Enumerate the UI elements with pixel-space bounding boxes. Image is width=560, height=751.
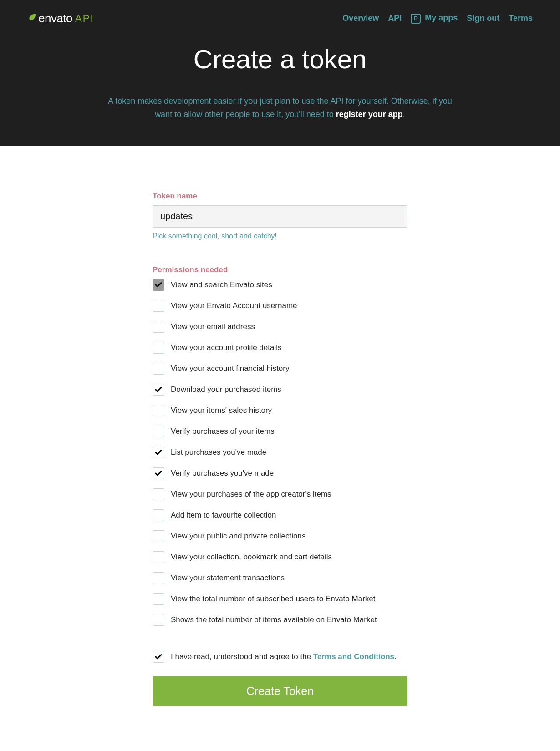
permission-item: View your statement transactions [153,572,407,584]
token-name-label: Token name [153,192,407,201]
permission-label: View and search Envato sites [171,280,272,289]
page-header: envato API Overview API P My apps Sign o… [0,0,560,146]
permission-label: Shows the total number of items availabl… [171,615,377,624]
permission-checkbox[interactable] [153,530,164,542]
terms-section: I have read, understood and agree to the… [153,651,407,663]
nav-my-apps[interactable]: P My apps [411,13,458,24]
permissions-label: Permissions needed [153,265,407,274]
permission-item: Shows the total number of items availabl… [153,614,407,626]
permission-label: View your items' sales history [171,406,272,415]
permission-checkbox[interactable] [153,467,164,479]
permission-label: View the total number of subscribed user… [171,594,375,604]
permission-label: View your public and private collections [171,532,305,541]
leaf-icon [27,13,37,25]
permission-label: View your email address [171,322,255,331]
nav-terms[interactable]: Terms [509,14,533,23]
permission-item: List purchases you've made [153,447,407,458]
permission-list: View and search Envato sitesView your En… [153,279,407,626]
permission-checkbox[interactable] [153,593,164,605]
permission-checkbox [153,279,164,291]
permission-label: Verify purchases you've made [171,469,274,478]
logo-text: envato [38,11,72,25]
permission-label: Verify purchases of your items [171,427,275,436]
permission-item: View your email address [153,321,407,333]
permission-label: List purchases you've made [171,448,266,457]
permission-item: View your Envato Account username [153,300,407,312]
permission-label: Add item to favourite collection [171,511,276,520]
permission-item: View your account financial history [153,363,407,375]
permission-item: View your purchases of the app creator's… [153,488,407,500]
permission-item: View your account profile details [153,342,407,354]
permission-item: View and search Envato sites [153,279,407,291]
header-top-bar: envato API Overview API P My apps Sign o… [27,11,533,25]
permission-item: Verify purchases you've made [153,467,407,479]
permission-label: View your statement transactions [171,573,285,583]
page-subtitle: A token makes development easier if you … [105,95,455,121]
create-token-button[interactable]: Create Token [153,676,407,706]
permission-checkbox[interactable] [153,572,164,584]
permission-checkbox[interactable] [153,363,164,375]
main-nav: Overview API P My apps Sign out Terms [342,13,533,24]
terms-post: . [394,652,397,661]
permission-checkbox[interactable] [153,384,164,396]
terms-pre: I have read, understood and agree to the [171,652,313,661]
permission-label: View your account financial history [171,364,290,373]
permission-item: View your collection, bookmark and cart … [153,551,407,563]
permission-item: View the total number of subscribed user… [153,593,407,605]
permission-label: View your Envato Account username [171,301,297,310]
permission-checkbox[interactable] [153,300,164,312]
terms-label: I have read, understood and agree to the… [171,652,397,661]
permission-item: Download your purchased items [153,384,407,396]
token-form: Token name Pick something cool, short an… [153,146,407,729]
permission-item: View your public and private collections [153,530,407,542]
token-name-input[interactable] [153,205,407,228]
permission-checkbox[interactable] [153,447,164,458]
permission-label: Download your purchased items [171,385,281,394]
permission-checkbox[interactable] [153,509,164,521]
permission-item: Verify purchases of your items [153,426,407,437]
permission-checkbox[interactable] [153,551,164,563]
token-name-hint: Pick something cool, short and catchy! [153,232,407,240]
permission-label: View your purchases of the app creator's… [171,490,331,499]
terms-link[interactable]: Terms and Conditions [313,652,394,661]
permissions-section: Permissions needed View and search Envat… [153,265,407,626]
logo[interactable]: envato API [27,11,94,25]
nav-overview[interactable]: Overview [342,14,379,23]
nav-api[interactable]: API [388,14,402,23]
subtitle-post: . [403,110,405,119]
permission-checkbox[interactable] [153,405,164,416]
permission-checkbox[interactable] [153,321,164,333]
badge-icon: P [411,14,421,24]
permission-checkbox[interactable] [153,426,164,437]
terms-checkbox[interactable] [153,651,164,663]
permission-item: View your items' sales history [153,405,407,416]
permission-checkbox[interactable] [153,488,164,500]
register-app-link[interactable]: register your app [336,110,403,119]
permission-checkbox[interactable] [153,342,164,354]
permission-label: View your account profile details [171,343,282,352]
page-title: Create a token [27,44,533,74]
nav-sign-out[interactable]: Sign out [467,14,499,23]
permission-label: View your collection, bookmark and cart … [171,553,332,562]
logo-api-text: API [75,13,94,25]
nav-my-apps-label: My apps [425,13,458,22]
permission-checkbox[interactable] [153,614,164,626]
permission-item: Add item to favourite collection [153,509,407,521]
